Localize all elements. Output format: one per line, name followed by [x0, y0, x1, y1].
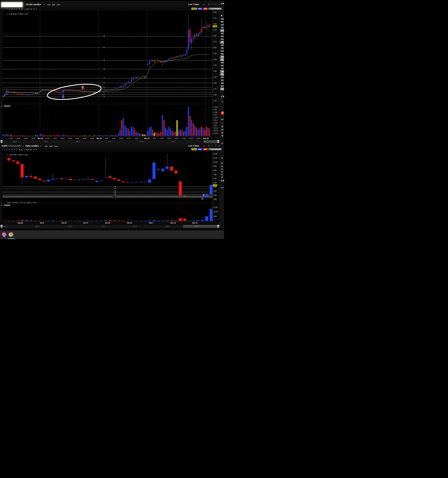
layout-add-button[interactable]: ⊞: [220, 125, 223, 128]
refresh-icon[interactable]: ⟳: [30, 8, 33, 10]
symbol-caret-icon[interactable]: ▼: [22, 145, 24, 147]
expand-horizontal-icon[interactable]: ◄►: [25, 8, 28, 10]
cursor-icon[interactable]: ➤: [11, 149, 13, 151]
menu-file[interactable]: File: [48, 4, 50, 6]
remove-indicator-icon[interactable]: ✕: [6, 13, 7, 14]
gear-icon[interactable]: ⚙: [208, 3, 210, 5]
symbol-dropdown-icon[interactable]: ▼: [23, 4, 24, 5]
chart1-scrollbar[interactable]: ◄ ► Aug 28Sep 11Sep 25Oct 9Oct 23Nov 6No…: [0, 140, 219, 143]
scroll-left-button[interactable]: ◄: [0, 140, 3, 143]
symbol-input[interactable]: [1, 2, 23, 7]
text-tool-icon[interactable]: T: [6, 8, 8, 10]
news-row-time[interactable]: 11: [221, 173, 223, 176]
tools-icon[interactable]: ⚒: [33, 8, 35, 10]
zoom-in-icon[interactable]: ⚲: [13, 8, 16, 10]
scroll-right-button[interactable]: ►: [217, 140, 219, 143]
news-item[interactable]: AR: [220, 56, 224, 58]
chart2-volume-label[interactable]: Volume: [3, 204, 11, 207]
news-item[interactable]: NS: [220, 41, 224, 44]
news-item[interactable]: AR: [220, 82, 224, 85]
layout-add-button[interactable]: ⊞: [220, 134, 223, 137]
more-tools-icon[interactable]: ▾: [35, 8, 38, 10]
timeframe-selector[interactable]: 15 min candles: [26, 3, 41, 6]
chart-style-icon[interactable]: ▨: [20, 8, 23, 10]
news-item[interactable]: NS: [220, 64, 224, 67]
menu-edit[interactable]: Edit: [49, 145, 52, 147]
move-icon[interactable]: ✛: [3, 149, 6, 151]
volume-pane-close-icon[interactable]: ✕: [1, 105, 2, 107]
more-tools-icon[interactable]: ▾: [35, 149, 38, 151]
news-item[interactable]: NS: [220, 73, 224, 76]
menu-file[interactable]: File: [45, 145, 48, 147]
chrome-icon[interactable]: [9, 232, 13, 237]
range-selector[interactable]: Last 7 Days: [188, 3, 199, 6]
consolidated-button-2[interactable]: ⟳ Consolidated: [208, 148, 222, 151]
news-item[interactable]: AR: [220, 32, 224, 35]
close-window-icon[interactable]: ✕: [218, 3, 220, 5]
news-item[interactable]: NS: [220, 79, 224, 82]
zoom-out-icon[interactable]: ⚲: [16, 149, 18, 151]
news-item[interactable]: NS: [220, 38, 224, 41]
expand-horizontal-icon[interactable]: ◄►: [25, 149, 28, 151]
news-item[interactable]: AR: [220, 61, 224, 64]
indicator-icon[interactable]: ılı: [8, 149, 11, 151]
scroll-left-button-2[interactable]: ◄: [0, 225, 3, 228]
crosshair-icon[interactable]: ◉: [18, 8, 20, 10]
chart2-scrollbar[interactable]: ◄ ► Oct '22Dec '22Feb '23Apr '23Jun '23A…: [0, 225, 219, 228]
consolidated-button[interactable]: ⟳ Consolidated: [208, 8, 222, 10]
news-item[interactable]: NS: [220, 26, 224, 29]
news-row-time[interactable]: 11: [221, 168, 223, 171]
record-down-button[interactable]: ▼: [221, 111, 224, 115]
buy-button[interactable]: Buy: [197, 8, 203, 10]
news-item[interactable]: AR: [220, 35, 224, 38]
text-tool-icon[interactable]: T: [6, 149, 8, 151]
chart1-volume-label[interactable]: Volume: [3, 105, 11, 107]
range-selector-2[interactable]: Last 7 Days: [188, 145, 199, 147]
scroll-right-button-2[interactable]: ►: [217, 225, 219, 228]
news-item[interactable]: NS: [220, 20, 224, 23]
collapse-horizontal-icon[interactable]: ►|◄: [28, 149, 30, 151]
tools-icon[interactable]: ⚒: [33, 149, 35, 151]
gear-icon-2[interactable]: ⚙: [208, 145, 210, 147]
link-icon[interactable]: ⚯: [211, 3, 213, 5]
alert-button-2[interactable]: Alert: [191, 148, 197, 151]
volume-pane-close-icon-2[interactable]: ✕: [1, 204, 2, 206]
buy-button-2[interactable]: Buy: [197, 148, 203, 151]
news-row-time[interactable]: 11: [221, 176, 223, 179]
collapse-horizontal-icon[interactable]: ►|◄: [28, 8, 30, 10]
move-icon[interactable]: ✛: [3, 8, 6, 10]
news-item[interactable]: NS: [220, 85, 224, 88]
news-item[interactable]: AR: [220, 29, 224, 32]
maximize-icon[interactable]: ❒: [215, 3, 216, 5]
trendline-icon[interactable]: ╲: [23, 8, 25, 10]
cursor-icon[interactable]: ➤: [11, 8, 13, 10]
menu-edit[interactable]: Edit: [52, 4, 55, 6]
news-item[interactable]: NS: [220, 58, 224, 61]
news-item[interactable]: AR: [220, 67, 224, 70]
news-item[interactable]: AR: [220, 76, 224, 79]
close-x-icon[interactable]: ✕: [1, 8, 3, 10]
close-x-icon[interactable]: ✕: [1, 149, 3, 151]
layout-add-button[interactable]: ⊞: [220, 131, 223, 134]
add-icon[interactable]: +: [222, 122, 223, 125]
sell-button[interactable]: Sell: [203, 8, 208, 10]
news-item[interactable]: NS: [220, 47, 224, 50]
news-item[interactable]: DR: [220, 50, 224, 52]
remove-ohlc-icon[interactable]: ✕: [6, 202, 7, 203]
scrollbar-thumb-2[interactable]: [183, 225, 218, 228]
panel-prev-icon[interactable]: ◄: [221, 142, 223, 144]
crosshair-icon[interactable]: ◉: [18, 149, 20, 151]
news-row-time[interactable]: 11: [221, 171, 223, 173]
refresh-icon[interactable]: ⟳: [30, 149, 33, 151]
symbol-label[interactable]: CAPT: [2, 145, 8, 147]
maximize-icon-2[interactable]: ❒: [215, 145, 216, 147]
zoom-out-icon[interactable]: ⚲: [16, 8, 18, 10]
layout-add-button[interactable]: ⊞: [220, 128, 223, 131]
pane-resize-handle-2[interactable]: ⇕: [0, 202, 2, 204]
trendline-icon[interactable]: ╲: [23, 149, 25, 151]
paint-app-icon[interactable]: [1, 232, 7, 238]
remove-indicator-icon-2[interactable]: ✕: [6, 154, 7, 155]
menu-view[interactable]: View: [57, 4, 60, 6]
chart-style-icon[interactable]: ▨: [20, 149, 23, 151]
link-icon-2[interactable]: ⚯: [211, 145, 213, 147]
